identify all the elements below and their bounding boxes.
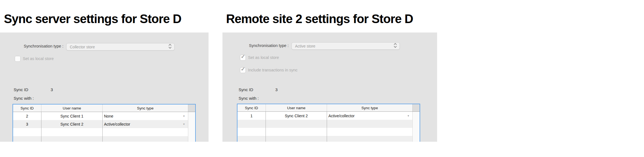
cell-sync-id: 2	[13, 112, 41, 120]
sync-with-table[interactable]: Sync ID User name Sync type 1 Sync Clien…	[237, 104, 420, 142]
cell-user-name: Sync Client 1	[41, 112, 102, 120]
header-sync-id: Sync ID	[13, 104, 41, 112]
include-transactions-checkbox[interactable]: ✓	[240, 67, 246, 73]
header-user-name: User name	[41, 104, 102, 112]
stepper-icon	[394, 43, 397, 49]
cell-sync-id: 1	[237, 112, 266, 120]
sync-id-label: Sync ID	[14, 87, 28, 92]
table-row-empty[interactable]	[13, 128, 188, 136]
cell-sync-type-value: Active/collector	[104, 122, 130, 126]
sync-type-label: Synchronisation type :	[0, 44, 63, 48]
set-as-local-store-checkbox[interactable]	[15, 56, 21, 62]
cell-user-name: Sync Client 2	[266, 112, 327, 120]
sync-with-label: Sync with :	[14, 96, 34, 101]
table-header-row: Sync ID User name Sync type	[13, 104, 195, 112]
check-icon: ✓	[241, 66, 245, 73]
sync-with-table[interactable]: Sync ID User name Sync type 2 Sync Clien…	[13, 104, 196, 142]
right-panel-title: Remote site 2 settings for Store D	[226, 12, 413, 26]
sync-type-label: Synchronisation type :	[222, 43, 289, 48]
cell-sync-type-value: None	[104, 114, 113, 118]
set-as-local-store-label: Set as local store	[248, 55, 279, 60]
dropdown-arrow-icon: ▼	[407, 114, 410, 117]
cell-sync-type-dropdown[interactable]: Active/collector ▼	[327, 112, 412, 120]
cell-sync-id: 3	[13, 120, 41, 128]
sync-server-settings-panel: Synchronisation type : Collector store S…	[0, 33, 209, 142]
header-sync-id: Sync ID	[237, 104, 266, 111]
sync-id-value: 3	[275, 87, 278, 92]
table-row[interactable]: 2 Sync Client 1 None ▼	[13, 112, 188, 120]
include-transactions-label: Include transactions in sync	[248, 68, 298, 72]
table-row[interactable]: 1 Sync Client 2 Active/collector ▼	[237, 112, 412, 120]
table-scrollbar[interactable]	[188, 112, 195, 142]
header-user-name: User name	[266, 104, 327, 111]
table-row-empty[interactable]	[13, 136, 188, 142]
screenshot-canvas: Sync server settings for Store D Remote …	[0, 0, 644, 157]
dropdown-arrow-icon: ▼	[183, 115, 185, 118]
stepper-icon	[169, 44, 172, 50]
cell-sync-type-dropdown[interactable]: None ▼	[102, 112, 188, 120]
scrollbar-corner	[412, 104, 420, 111]
sync-type-select[interactable]: Collector store	[66, 43, 175, 51]
remote-site-settings-panel: Synchronisation type : Active store ✓ Se…	[222, 33, 437, 142]
sync-type-selected-value: Active store	[295, 44, 394, 48]
table-scrollbar[interactable]	[412, 112, 420, 142]
header-sync-type: Sync type	[102, 104, 188, 112]
sync-type-select[interactable]: Active store	[291, 42, 400, 50]
check-icon: ✓	[241, 54, 245, 60]
table-row-empty[interactable]	[237, 120, 412, 128]
table-row-empty[interactable]	[237, 136, 412, 142]
sync-id-value: 3	[51, 87, 53, 92]
cell-user-name: Sync Client 2	[41, 120, 102, 128]
header-sync-type: Sync type	[327, 104, 412, 111]
left-panel-title: Sync server settings for Store D	[4, 12, 181, 26]
table-header-row: Sync ID User name Sync type	[237, 104, 420, 112]
sync-id-label: Sync ID	[239, 87, 253, 92]
scrollbar-corner	[188, 104, 195, 112]
cell-sync-type-value: Active/collector	[328, 114, 355, 118]
set-as-local-store-label: Set as local store	[23, 56, 54, 61]
table-row[interactable]: 3 Sync Client 2 Active/collector ▼	[13, 120, 188, 128]
cell-sync-type-dropdown[interactable]: Active/collector ▼	[102, 120, 188, 128]
sync-type-selected-value: Collector store	[70, 45, 169, 49]
dropdown-arrow-icon: ▼	[183, 123, 185, 126]
set-as-local-store-checkbox[interactable]: ✓	[240, 55, 246, 61]
sync-with-label: Sync with :	[239, 96, 259, 101]
table-row-empty[interactable]	[237, 128, 412, 136]
